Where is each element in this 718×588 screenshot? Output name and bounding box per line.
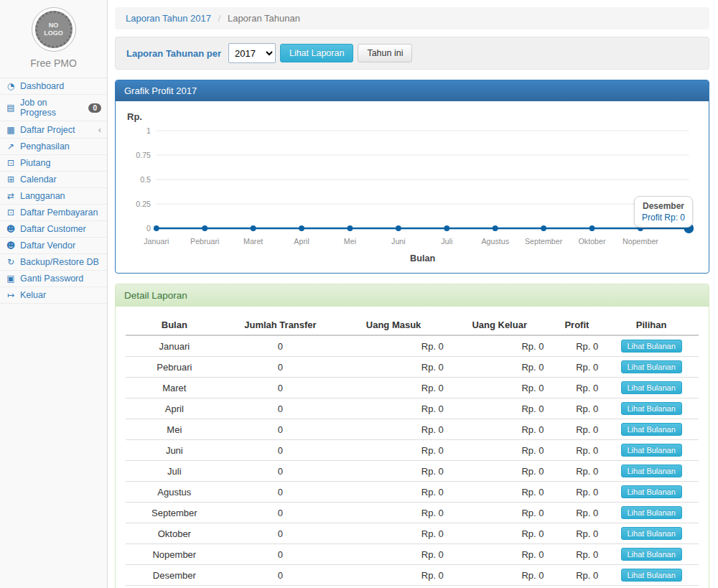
- cell-total-label: Total: [126, 586, 223, 588]
- lihat-bulanan-button[interactable]: Lihat Bulanan: [621, 381, 682, 394]
- cell-uang-keluar: Rp. 0: [449, 398, 550, 419]
- cell-profit: Rp. 0: [550, 398, 605, 419]
- chart-tooltip-title: Desember: [642, 201, 685, 211]
- cell-jumlah-transfer: 0: [223, 461, 338, 482]
- cell-jumlah-transfer: 0: [223, 398, 338, 419]
- cell-uang-masuk: Rp. 0: [337, 357, 449, 378]
- lihat-bulanan-button[interactable]: Lihat Bulanan: [621, 423, 682, 436]
- sidebar-item-backup-restore-db[interactable]: ↻Backup/Restore DB: [0, 254, 107, 271]
- cell-pilihan: Lihat Bulanan: [604, 523, 699, 544]
- cell-pilihan: Lihat Bulanan: [604, 335, 699, 357]
- cell-jumlah-transfer: 0: [223, 335, 338, 357]
- breadcrumb: Laporan Tahun 2017 / Laporan Tahunan: [115, 7, 709, 29]
- sidebar-item-piutang[interactable]: ⊡Piutang: [0, 155, 107, 172]
- profit-line-chart[interactable]: 00.250.50.751JanuariPebruariMaretAprilMe…: [126, 123, 699, 264]
- table-row-oktober: Oktober0Rp. 0Rp. 0Rp. 0Lihat Bulanan: [126, 523, 699, 544]
- cell-profit: Rp. 0: [550, 565, 605, 586]
- svg-text:Oktober: Oktober: [579, 237, 606, 246]
- breadcrumb-link[interactable]: Laporan Tahun 2017: [126, 13, 211, 24]
- cell-uang-masuk: Rp. 0: [337, 503, 449, 523]
- detail-laporan-panel: Detail Laporan BulanJumlah TransferUang …: [115, 284, 709, 588]
- sidebar-item-label: Piutang: [20, 158, 101, 168]
- cell-profit: Rp. 0: [550, 378, 605, 398]
- lihat-bulanan-button[interactable]: Lihat Bulanan: [621, 340, 682, 353]
- cell-bulan: April: [126, 398, 223, 419]
- lihat-bulanan-button[interactable]: Lihat Bulanan: [621, 444, 682, 457]
- cell-bulan: Nopember: [126, 544, 223, 565]
- chart-panel-body: Rp. 00.250.50.751JanuariPebruariMaretApr…: [116, 101, 709, 273]
- sidebar-item-label: Langganan: [20, 191, 101, 201]
- lihat-bulanan-button[interactable]: Lihat Bulanan: [621, 402, 682, 415]
- cell-pilihan: Lihat Bulanan: [604, 482, 699, 503]
- sidebar-item-daftar-customer[interactable]: ☻Daftar Customer: [0, 221, 107, 238]
- sidebar-item-job-on-progress[interactable]: ▤Job on Progress0: [0, 95, 107, 121]
- column-header-uang-masuk: Uang Masuk: [337, 315, 449, 335]
- sidebar-item-label: Daftar Project: [20, 125, 94, 135]
- cell-profit: Rp. 0: [550, 419, 605, 440]
- cell-pilihan: Lihat Bulanan: [604, 357, 699, 378]
- cell-pilihan: Lihat Bulanan: [604, 544, 699, 565]
- column-header-profit: Profit: [550, 315, 605, 335]
- cell-jumlah-transfer: 0: [223, 565, 338, 586]
- cell-uang-keluar: Rp. 0: [449, 378, 550, 398]
- table-row-mei: Mei0Rp. 0Rp. 0Rp. 0Lihat Bulanan: [126, 419, 699, 440]
- sidebar-item-daftar-project[interactable]: ▦Daftar Project‹: [0, 121, 107, 139]
- cell-uang-masuk: Rp. 0: [337, 523, 449, 544]
- main-content: Laporan Tahun 2017 / Laporan Tahunan Lap…: [108, 0, 718, 588]
- cell-bulan: Juli: [126, 461, 223, 482]
- cell-total-pilihan: [604, 586, 699, 588]
- cell-pilihan: Lihat Bulanan: [604, 398, 699, 419]
- sidebar-item-ganti-password[interactable]: ▣Ganti Password: [0, 271, 107, 287]
- lihat-bulanan-button[interactable]: Lihat Bulanan: [621, 506, 682, 519]
- cell-total-masuk: Rp. 0: [337, 586, 449, 588]
- no-logo-placeholder: NO LOGO: [35, 11, 73, 48]
- sidebar-item-langganan[interactable]: ⇄Langganan: [0, 188, 107, 205]
- lihat-bulanan-button[interactable]: Lihat Bulanan: [621, 485, 682, 498]
- cell-bulan: Agustus: [126, 482, 223, 503]
- sidebar-item-penghasilan[interactable]: ↗Penghasilan: [0, 139, 107, 155]
- year-select[interactable]: 2017: [228, 43, 276, 63]
- lihat-bulanan-button[interactable]: Lihat Bulanan: [621, 548, 682, 561]
- profit-chart-panel: Grafik Profit 2017 Rp. 00.250.50.751Janu…: [115, 80, 709, 274]
- cell-bulan: Oktober: [126, 523, 223, 544]
- cell-jumlah-transfer: 0: [223, 482, 338, 503]
- table-row-nopember: Nopember0Rp. 0Rp. 0Rp. 0Lihat Bulanan: [126, 544, 699, 565]
- cell-jumlah-transfer: 0: [223, 544, 338, 565]
- lihat-bulanan-button[interactable]: Lihat Bulanan: [621, 569, 682, 582]
- cell-pilihan: Lihat Bulanan: [604, 503, 699, 523]
- cell-uang-masuk: Rp. 0: [337, 378, 449, 398]
- lihat-bulanan-button[interactable]: Lihat Bulanan: [621, 465, 682, 477]
- chart-tooltip-value: Profit Rp: 0: [642, 213, 685, 223]
- lock-icon: ▣: [6, 274, 16, 284]
- lihat-laporan-button[interactable]: Lihat Laporan: [280, 44, 353, 62]
- table-row-januari: Januari0Rp. 0Rp. 0Rp. 0Lihat Bulanan: [126, 335, 699, 357]
- chart-y-axis-label: Rp.: [127, 111, 699, 122]
- cell-jumlah-transfer: 0: [223, 378, 338, 398]
- cell-uang-keluar: Rp. 0: [449, 565, 550, 586]
- sidebar-item-label: Dashboard: [20, 81, 101, 91]
- cell-bulan: Januari: [126, 335, 223, 357]
- line-chart-icon: ↗: [6, 141, 16, 151]
- sidebar-item-daftar-pembayaran[interactable]: ⊡Daftar Pembayaran: [0, 205, 107, 221]
- cell-uang-masuk: Rp. 0: [337, 482, 449, 503]
- sidebar-item-daftar-vendor[interactable]: ☻Daftar Vendor: [0, 238, 107, 254]
- sidebar-item-keluar[interactable]: ↦Keluar: [0, 287, 107, 304]
- sidebar-item-dashboard[interactable]: ◔Dashboard: [0, 78, 107, 95]
- cell-total-profit: Rp. 0: [550, 586, 605, 588]
- lihat-bulanan-button[interactable]: Lihat Bulanan: [621, 527, 682, 540]
- cell-pilihan: Lihat Bulanan: [604, 419, 699, 440]
- report-controls: Laporan Tahunan per 2017 Lihat Laporan T…: [115, 37, 709, 70]
- svg-text:Mei: Mei: [344, 237, 356, 246]
- cell-uang-keluar: Rp. 0: [449, 503, 550, 523]
- table-row-desember: Desember0Rp. 0Rp. 0Rp. 0Lihat Bulanan: [126, 565, 699, 586]
- app-name: Free PMO: [0, 57, 107, 69]
- tahun-ini-button[interactable]: Tahun ini: [358, 44, 412, 62]
- chart-tooltip: Desember Profit Rp: 0: [634, 196, 693, 228]
- money-icon: ⊡: [6, 207, 16, 218]
- calendar-icon: ⊞: [6, 174, 16, 185]
- sidebar-item-calendar[interactable]: ⊞Calendar: [0, 172, 107, 188]
- cell-uang-keluar: Rp. 0: [449, 482, 550, 503]
- money-icon: ⊡: [6, 158, 16, 168]
- cell-profit: Rp. 0: [550, 523, 605, 544]
- lihat-bulanan-button[interactable]: Lihat Bulanan: [621, 360, 682, 373]
